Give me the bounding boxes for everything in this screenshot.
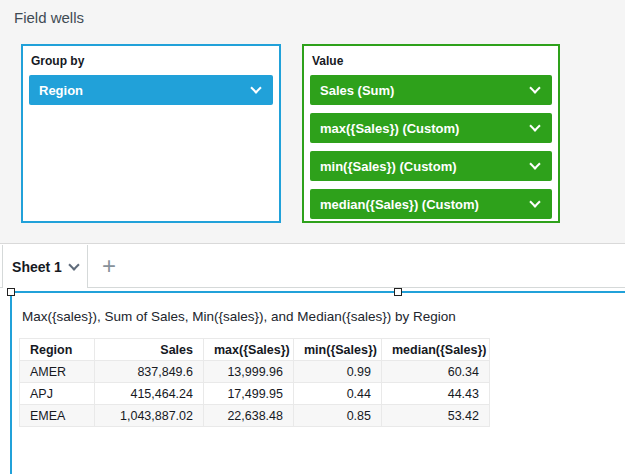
add-sheet-button[interactable]: + (94, 251, 124, 281)
chevron-down-icon (529, 120, 540, 131)
chevron-down-icon (529, 82, 540, 93)
table-header-cell[interactable]: Sales (95, 339, 204, 361)
resize-handle-top-middle[interactable] (394, 288, 402, 296)
visual-selection-border-top (10, 291, 625, 293)
field-pill-value-0[interactable]: Sales (Sum) (310, 75, 552, 105)
table-cell[interactable]: 0.99 (294, 361, 382, 383)
table-visual[interactable]: RegionSalesmax({Sales})min({Sales})media… (19, 338, 490, 427)
field-pill-value-3[interactable]: median({Sales}) (Custom) (310, 189, 552, 219)
group-by-label: Group by (31, 54, 279, 68)
field-pill-label: max({Sales}) (Custom) (320, 121, 459, 136)
resize-handle-top-left[interactable] (7, 288, 15, 296)
visual-title[interactable]: Max({sales}), Sum of Sales, Min({sales})… (22, 309, 456, 324)
field-pill-label: Sales (Sum) (320, 83, 394, 98)
chevron-down-icon (529, 196, 540, 207)
table-cell[interactable]: 44.43 (382, 383, 490, 405)
chevron-down-icon[interactable] (68, 259, 79, 270)
table-cell[interactable]: AMER (20, 361, 95, 383)
data-table: RegionSalesmax({Sales})min({Sales})media… (19, 338, 490, 427)
value-label: Value (312, 54, 558, 68)
field-wells-title: Field wells (14, 9, 84, 26)
group-by-field-list: Region (29, 75, 273, 105)
table-header-row: RegionSalesmax({Sales})min({Sales})media… (20, 339, 490, 361)
field-pill-label: median({Sales}) (Custom) (320, 197, 479, 212)
table-cell[interactable]: APJ (20, 383, 95, 405)
tab-bar-divider (0, 287, 625, 288)
table-cell[interactable]: 837,849.6 (95, 361, 204, 383)
visual-selection-border-left (10, 291, 12, 474)
table-row[interactable]: EMEA1,043,887.0222,638.480.8553.42 (20, 405, 490, 427)
sheet-tab[interactable]: Sheet 1 (2, 245, 88, 288)
table-row[interactable]: AMER837,849.613,999.960.9960.34 (20, 361, 490, 383)
sheet-tab-bar: Sheet 1 + (0, 245, 625, 288)
chevron-down-icon (529, 158, 540, 169)
quicksight-analysis-view: Field wells Group by Region Value Sales … (0, 0, 625, 474)
table-row[interactable]: APJ415,464.2417,499.950.4444.43 (20, 383, 490, 405)
field-wells-panel: Field wells Group by Region Value Sales … (0, 0, 625, 244)
table-header-cell[interactable]: min({Sales}) (294, 339, 382, 361)
field-pill-groupby-0[interactable]: Region (29, 75, 273, 105)
table-cell[interactable]: 13,999.96 (204, 361, 294, 383)
table-cell[interactable]: 0.44 (294, 383, 382, 405)
chevron-down-icon (250, 82, 261, 93)
group-by-well: Group by Region (21, 44, 281, 223)
table-header-cell[interactable]: Region (20, 339, 95, 361)
sheet-canvas: Max({sales}), Sum of Sales, Min({sales})… (0, 288, 625, 474)
table-cell[interactable]: 1,043,887.02 (95, 405, 204, 427)
table-cell[interactable]: 53.42 (382, 405, 490, 427)
table-cell[interactable]: 60.34 (382, 361, 490, 383)
value-field-list: Sales (Sum)max({Sales}) (Custom)min({Sal… (310, 75, 552, 219)
table-cell[interactable]: EMEA (20, 405, 95, 427)
table-cell[interactable]: 22,638.48 (204, 405, 294, 427)
table-header-cell[interactable]: median({Sales}) (382, 339, 490, 361)
plus-icon: + (102, 252, 116, 279)
table-header-cell[interactable]: max({Sales}) (204, 339, 294, 361)
value-well: Value Sales (Sum)max({Sales}) (Custom)mi… (302, 44, 560, 223)
table-cell[interactable]: 415,464.24 (95, 383, 204, 405)
field-pill-value-1[interactable]: max({Sales}) (Custom) (310, 113, 552, 143)
table-cell[interactable]: 0.85 (294, 405, 382, 427)
field-pill-label: Region (39, 83, 83, 98)
sheet-tab-label: Sheet 1 (12, 259, 62, 275)
field-pill-value-2[interactable]: min({Sales}) (Custom) (310, 151, 552, 181)
field-pill-label: min({Sales}) (Custom) (320, 159, 457, 174)
table-cell[interactable]: 17,499.95 (204, 383, 294, 405)
